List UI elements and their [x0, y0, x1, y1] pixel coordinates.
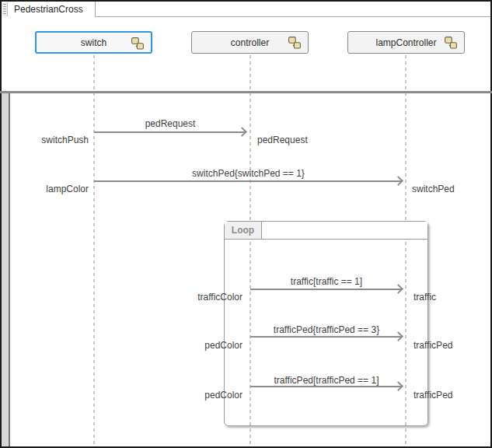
source-event-label: switchPush [2, 135, 89, 145]
target-event-label: traffic [413, 292, 490, 303]
message-line[interactable] [250, 336, 402, 338]
tabbar-divider [96, 16, 490, 17]
header-canvas-separator [0, 91, 492, 93]
message-label[interactable]: trafficPed[trafficPed == 1] [250, 375, 403, 386]
participant-header-switch[interactable]: switch [35, 31, 152, 54]
target-event-label: trafficPed [413, 340, 490, 351]
source-event-label: lampColor [2, 184, 89, 194]
loop-fragment[interactable]: Loop [224, 221, 428, 426]
source-event-label: pedColor [117, 390, 243, 401]
subsystem-icon [131, 37, 145, 50]
subsystem-icon [445, 37, 458, 49]
loop-operator-label: Loop [225, 222, 262, 239]
message-label[interactable]: switchPed{switchPed == 1} [94, 168, 403, 179]
participant-header-lampcontroller[interactable]: lampController [347, 31, 465, 54]
time-ruler-gutter [2, 93, 10, 446]
participant-label: lampController [375, 37, 436, 48]
message-line[interactable] [250, 386, 402, 387]
target-event-label: trafficPed [413, 390, 490, 401]
target-event-label: pedRequest [257, 135, 351, 145]
target-event-label: switchPed [412, 184, 490, 194]
panel-grip-handle[interactable] [2, 2, 8, 16]
participant-label: switch [81, 37, 106, 48]
message-line[interactable] [94, 131, 246, 133]
message-label[interactable]: traffic[traffic == 1] [250, 276, 403, 287]
tab-pedestriancross[interactable]: PedestrianCross [9, 2, 96, 17]
message-line[interactable] [94, 180, 402, 182]
message-label[interactable]: trafficPed{trafficPed == 3} [250, 324, 403, 335]
source-event-label: pedColor [117, 340, 243, 351]
participant-header-controller[interactable]: controller [191, 31, 309, 54]
source-event-label: trafficColor [117, 292, 243, 303]
participant-label: controller [231, 37, 269, 48]
tab-label: PedestrianCross [14, 4, 83, 15]
sequence-viewer-window: PedestrianCross switch controller lampCo… [0, 0, 492, 448]
message-label[interactable]: pedRequest [94, 118, 246, 129]
message-line[interactable] [250, 289, 402, 290]
lifeline-switch[interactable] [93, 55, 95, 446]
subsystem-icon [288, 37, 302, 49]
